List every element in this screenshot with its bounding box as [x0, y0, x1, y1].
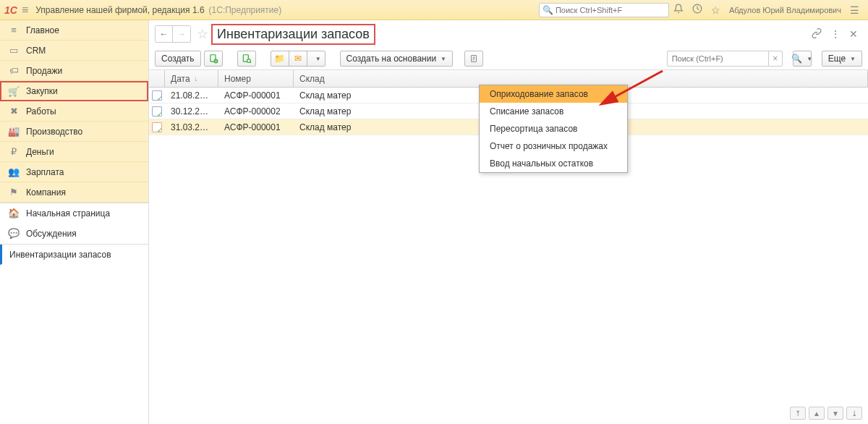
sidebar-label: Начальная страница: [26, 208, 110, 219]
scroll-top-button[interactable]: ⤒: [790, 407, 806, 420]
cart-icon: 🛒: [7, 86, 20, 97]
sidebar-item-salary[interactable]: 👥 Зарплата: [0, 162, 148, 182]
page-title: Инвентаризации запасов: [217, 27, 370, 41]
nav-group: ← →: [155, 25, 191, 43]
grid-nav-controls: ⤒ ▲ ▼ ⤓: [790, 407, 862, 420]
page-title-highlight: Инвентаризации запасов: [211, 24, 375, 45]
doc-icon: [152, 90, 162, 101]
tools-icon: ✖: [7, 106, 20, 116]
grid-search-input[interactable]: [667, 51, 768, 67]
back-button[interactable]: ←: [156, 26, 173, 42]
doc-icon: [152, 106, 162, 116]
sidebar-item-production[interactable]: 🏭 Производство: [0, 122, 148, 142]
mail-button[interactable]: ✉: [289, 51, 307, 67]
cell-date: 30.12.2…: [165, 106, 218, 116]
scroll-up-button[interactable]: ▲: [809, 407, 825, 420]
cell-number: АСФР-000002: [218, 106, 294, 116]
app-subtitle: (1С:Предприятие): [209, 5, 282, 15]
print-button[interactable]: ▼: [307, 51, 326, 67]
sidebar-item-works[interactable]: ✖ Работы: [0, 101, 148, 122]
list-icon: ≡: [7, 25, 20, 35]
page-header: ← → ☆ Инвентаризации запасов ⋮ ✕: [149, 20, 868, 48]
dropdown-item[interactable]: Списание запасов: [480, 103, 627, 120]
sidebar-item-crm[interactable]: ▭ CRM: [0, 41, 148, 61]
sidebar-item-sales[interactable]: 🏷 Продажи: [0, 61, 148, 81]
tag-icon: 🏷: [7, 65, 20, 76]
sidebar-label: Зарплата: [26, 167, 64, 177]
svg-point-4: [247, 59, 250, 63]
scroll-bottom-button[interactable]: ⤓: [846, 407, 862, 420]
sidebar-label: Работы: [26, 106, 56, 116]
toolbar: Создать 📁 ✉ ▼ Создать на основании▼: [149, 48, 868, 69]
search-button[interactable]: 🔍▼: [793, 51, 812, 67]
sidebar-label: Главное: [26, 25, 59, 35]
factory-icon: 🏭: [7, 126, 20, 137]
sidebar-label: Закупки: [26, 86, 58, 96]
user-name[interactable]: Абдулов Юрий Владимирович: [729, 6, 841, 14]
sidebar-label: Деньги: [26, 147, 54, 157]
ruble-icon: ₽: [7, 146, 20, 157]
home-icon: 🏠: [7, 208, 20, 219]
clear-search-button[interactable]: ×: [768, 51, 783, 67]
cell-date: 31.03.2…: [165, 122, 218, 132]
sidebar-item-discussions[interactable]: 💬 Обсуждения: [0, 224, 148, 244]
create-based-button[interactable]: Создать на основании▼: [340, 51, 453, 67]
flag-icon: ⚑: [7, 187, 20, 198]
sidebar-label: Компания: [26, 187, 66, 198]
sidebar-label: Продажи: [26, 66, 62, 76]
dropdown-item[interactable]: Ввод начальных остатков: [480, 155, 627, 172]
titlebar: 1C ≡ Управление нашей фирмой, редакция 1…: [0, 0, 868, 20]
global-search[interactable]: 🔍: [539, 3, 669, 17]
sidebar-item-homepage[interactable]: 🏠 Начальная страница: [0, 203, 148, 224]
col-number[interactable]: Номер: [218, 70, 294, 87]
history-icon[interactable]: [692, 4, 702, 16]
app-logo: 1C: [4, 4, 17, 16]
people-icon: 👥: [7, 166, 20, 177]
sidebar-item-company[interactable]: ⚑ Компания: [0, 182, 148, 203]
link-icon[interactable]: [812, 28, 822, 41]
col-icon[interactable]: [149, 70, 165, 87]
bell-icon[interactable]: [673, 4, 684, 16]
sidebar-item-inventory[interactable]: Инвентаризации запасов: [0, 245, 148, 265]
col-date[interactable]: Дата↓: [165, 70, 218, 87]
menu-icon[interactable]: ≡: [22, 4, 28, 17]
settings-icon[interactable]: ☰: [850, 4, 859, 16]
sort-icon: ↓: [195, 75, 198, 82]
cell-date: 21.08.2…: [165, 90, 218, 101]
kebab-icon[interactable]: ⋮: [830, 28, 841, 40]
sidebar-item-purchases[interactable]: 🛒 Закупки: [0, 81, 148, 101]
favorite-icon[interactable]: ☆: [197, 26, 208, 42]
sidebar-label: CRM: [26, 46, 46, 56]
search-icon: 🔍: [542, 5, 553, 15]
sidebar-item-money[interactable]: ₽ Деньги: [0, 142, 148, 162]
copy-button[interactable]: [204, 51, 223, 67]
dropdown-item[interactable]: Отчет о розничных продажах: [480, 137, 627, 155]
create-based-dropdown: Оприходование запасов Списание запасов П…: [479, 85, 628, 173]
sidebar-label: Инвентаризации запасов: [9, 250, 111, 260]
cell-number: АСФР-000001: [218, 122, 294, 132]
chat-icon: 💬: [7, 228, 20, 239]
more-button[interactable]: Еще▼: [822, 51, 862, 67]
dropdown-item[interactable]: Оприходование запасов: [480, 85, 627, 103]
forward-button[interactable]: →: [173, 26, 190, 42]
create-button[interactable]: Создать: [155, 51, 201, 67]
sidebar-item-main[interactable]: ≡ Главное: [0, 20, 148, 41]
sidebar-label: Производство: [26, 127, 82, 137]
app-title: Управление нашей фирмой, редакция 1.6: [35, 5, 204, 15]
action-group: 📁 ✉ ▼: [271, 51, 326, 67]
doc-icon: [152, 122, 162, 132]
find-button[interactable]: [237, 51, 256, 67]
grid-search: ×: [667, 51, 783, 67]
sidebar-label: Обсуждения: [26, 229, 77, 239]
cell-number: АСФР-000001: [218, 90, 294, 101]
dropdown-item[interactable]: Пересортица запасов: [480, 120, 627, 137]
crm-icon: ▭: [7, 45, 20, 56]
folder-button[interactable]: 📁: [271, 51, 289, 67]
global-search-input[interactable]: [556, 6, 665, 14]
sidebar: ≡ Главное ▭ CRM 🏷 Продажи 🛒 Закупки ✖ Ра…: [0, 20, 149, 424]
report-button[interactable]: [464, 51, 483, 67]
close-icon[interactable]: ✕: [849, 28, 858, 40]
star-icon[interactable]: ☆: [711, 4, 720, 16]
main-area: ← → ☆ Инвентаризации запасов ⋮ ✕ Создать: [149, 20, 868, 424]
scroll-down-button[interactable]: ▼: [827, 407, 843, 420]
